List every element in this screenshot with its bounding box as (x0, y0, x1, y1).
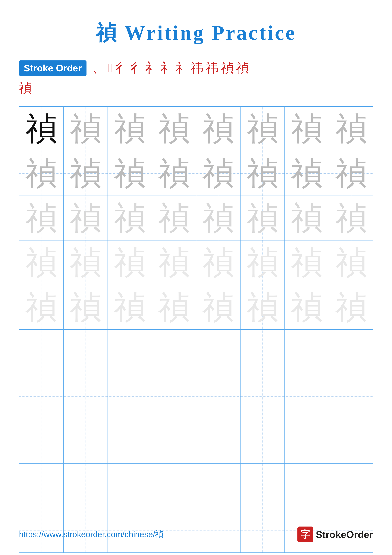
grid-cell-6-2[interactable] (64, 330, 108, 374)
stroke-char-10: 禎 (221, 59, 234, 77)
grid-cell-6-4[interactable] (152, 330, 196, 374)
grid-cell-5-6[interactable]: 禎 (241, 285, 285, 329)
grid-cell-1-3[interactable]: 禎 (108, 107, 152, 151)
grid-cell-1-7[interactable]: 禎 (285, 107, 329, 151)
grid-cell-4-5[interactable]: 禎 (196, 241, 241, 285)
stroke-char-3: 彳 (115, 59, 128, 77)
stroke-char-4: 彳 (130, 59, 143, 77)
practice-char: 禎 (158, 292, 190, 323)
grid-cell-1-4[interactable]: 禎 (152, 107, 196, 151)
grid-cell-7-7[interactable] (285, 374, 329, 419)
grid-cell-6-1[interactable] (19, 330, 64, 374)
grid-cell-8-2[interactable] (64, 419, 108, 463)
grid-cell-8-1[interactable] (19, 419, 64, 463)
grid-cell-2-8[interactable]: 禎 (329, 151, 373, 196)
grid-row-4: 禎 禎 禎 禎 禎 禎 禎 禎 (19, 241, 373, 285)
grid-cell-8-5[interactable] (196, 419, 241, 463)
practice-char: 禎 (70, 158, 101, 189)
grid-cell-4-6[interactable]: 禎 (241, 241, 285, 285)
practice-char: 禎 (335, 202, 367, 234)
grid-cell-7-4[interactable] (152, 374, 196, 419)
grid-cell-5-3[interactable]: 禎 (108, 285, 152, 329)
grid-cell-3-6[interactable]: 禎 (241, 196, 285, 240)
grid-cell-9-5[interactable] (196, 464, 241, 508)
practice-char: 禎 (25, 113, 57, 145)
grid-cell-3-4[interactable]: 禎 (152, 196, 196, 240)
grid-cell-2-3[interactable]: 禎 (108, 151, 152, 196)
grid-cell-3-8[interactable]: 禎 (329, 196, 373, 240)
grid-cell-9-1[interactable] (19, 464, 64, 508)
grid-cell-2-7[interactable]: 禎 (285, 151, 329, 196)
grid-cell-1-1[interactable]: 禎 (19, 107, 64, 151)
grid-cell-7-1[interactable] (19, 374, 64, 419)
grid-cell-1-2[interactable]: 禎 (64, 107, 108, 151)
grid-cell-1-8[interactable]: 禎 (329, 107, 373, 151)
footer-logo: 字 StrokeOrder (297, 526, 373, 542)
practice-char: 禎 (247, 247, 278, 278)
title-char: 禎 (96, 21, 118, 44)
grid-cell-9-3[interactable] (108, 464, 152, 508)
grid-cell-2-4[interactable]: 禎 (152, 151, 196, 196)
footer: https://www.strokeorder.com/chinese/禎 字 … (0, 526, 392, 542)
grid-cell-6-7[interactable] (285, 330, 329, 374)
grid-cell-7-2[interactable] (64, 374, 108, 419)
stroke-order-section: Stroke Order 、 𠃌 彳 彳 礻 礻 礻 祎 祎 禎 禎 (19, 59, 373, 77)
practice-char: 禎 (202, 113, 234, 145)
grid-cell-6-5[interactable] (196, 330, 241, 374)
grid-cell-3-2[interactable]: 禎 (64, 196, 108, 240)
grid-cell-9-8[interactable] (329, 464, 373, 508)
grid-cell-7-3[interactable] (108, 374, 152, 419)
grid-cell-4-3[interactable]: 禎 (108, 241, 152, 285)
grid-cell-6-3[interactable] (108, 330, 152, 374)
practice-char: 禎 (247, 202, 278, 234)
grid-cell-6-6[interactable] (241, 330, 285, 374)
grid-cell-7-5[interactable] (196, 374, 241, 419)
grid-cell-3-1[interactable]: 禎 (19, 196, 64, 240)
grid-cell-5-7[interactable]: 禎 (285, 285, 329, 329)
grid-cell-1-5[interactable]: 禎 (196, 107, 241, 151)
grid-cell-4-4[interactable]: 禎 (152, 241, 196, 285)
grid-cell-9-2[interactable] (64, 464, 108, 508)
practice-char: 禎 (158, 247, 190, 278)
grid-cell-5-4[interactable]: 禎 (152, 285, 196, 329)
stroke-order-last-char: 禎 (19, 81, 32, 95)
grid-cell-4-8[interactable]: 禎 (329, 241, 373, 285)
grid-cell-9-4[interactable] (152, 464, 196, 508)
grid-cell-7-6[interactable] (241, 374, 285, 419)
practice-char: 禎 (25, 202, 57, 234)
footer-logo-text: StrokeOrder (316, 529, 373, 540)
grid-cell-4-1[interactable]: 禎 (19, 241, 64, 285)
grid-cell-2-5[interactable]: 禎 (196, 151, 241, 196)
grid-cell-8-6[interactable] (241, 419, 285, 463)
grid-cell-5-2[interactable]: 禎 (64, 285, 108, 329)
grid-cell-7-8[interactable] (329, 374, 373, 419)
grid-row-2: 禎 禎 禎 禎 禎 禎 禎 禎 (19, 151, 373, 196)
grid-row-5: 禎 禎 禎 禎 禎 禎 禎 禎 (19, 285, 373, 330)
grid-cell-3-3[interactable]: 禎 (108, 196, 152, 240)
grid-cell-9-7[interactable] (285, 464, 329, 508)
grid-cell-4-2[interactable]: 禎 (64, 241, 108, 285)
practice-char: 禎 (25, 158, 57, 189)
grid-cell-8-4[interactable] (152, 419, 196, 463)
grid-cell-4-7[interactable]: 禎 (285, 241, 329, 285)
practice-char: 禎 (291, 113, 323, 145)
stroke-order-line2: 禎 (19, 80, 373, 97)
grid-cell-5-8[interactable]: 禎 (329, 285, 373, 329)
grid-cell-6-8[interactable] (329, 330, 373, 374)
grid-cell-2-6[interactable]: 禎 (241, 151, 285, 196)
practice-char: 禎 (202, 158, 234, 189)
grid-cell-9-6[interactable] (241, 464, 285, 508)
grid-cell-1-6[interactable]: 禎 (241, 107, 285, 151)
grid-cell-3-7[interactable]: 禎 (285, 196, 329, 240)
practice-char: 禎 (158, 113, 190, 145)
practice-char: 禎 (247, 113, 278, 145)
grid-cell-2-2[interactable]: 禎 (64, 151, 108, 196)
grid-cell-5-1[interactable]: 禎 (19, 285, 64, 329)
grid-cell-8-8[interactable] (329, 419, 373, 463)
grid-cell-8-3[interactable] (108, 419, 152, 463)
grid-row-7 (19, 374, 373, 419)
grid-cell-2-1[interactable]: 禎 (19, 151, 64, 196)
grid-cell-5-5[interactable]: 禎 (196, 285, 241, 329)
grid-cell-3-5[interactable]: 禎 (196, 196, 241, 240)
grid-cell-8-7[interactable] (285, 419, 329, 463)
